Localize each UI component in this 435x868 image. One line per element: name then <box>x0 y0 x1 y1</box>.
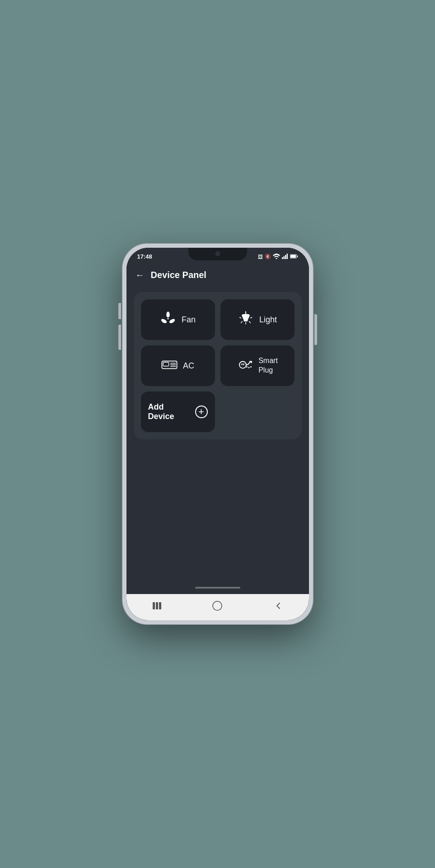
svg-point-10 <box>168 318 175 324</box>
svg-line-16 <box>250 317 252 318</box>
svg-point-25 <box>239 361 246 368</box>
svg-line-17 <box>241 321 242 323</box>
svg-line-15 <box>239 317 241 318</box>
fan-card[interactable]: Fan <box>141 299 215 340</box>
back-nav-button[interactable] <box>269 597 287 615</box>
fan-icon <box>160 311 176 329</box>
light-icon <box>238 311 254 329</box>
svg-rect-33 <box>159 602 161 609</box>
svg-rect-2 <box>283 256 285 259</box>
ac-label: AC <box>183 361 194 371</box>
light-card[interactable]: Light <box>220 299 295 340</box>
svg-point-8 <box>166 311 170 318</box>
vol-down-button[interactable] <box>118 325 121 350</box>
svg-point-28 <box>246 366 248 368</box>
light-label: Light <box>259 315 277 325</box>
svg-point-12 <box>167 318 168 319</box>
device-grid: Fan <box>141 299 295 432</box>
svg-point-29 <box>248 367 250 368</box>
add-device-icon: + <box>195 406 208 418</box>
battery-icon <box>290 254 298 259</box>
ac-icon <box>161 357 178 375</box>
home-indicator <box>195 587 240 589</box>
svg-line-18 <box>249 321 250 323</box>
device-grid-container: Fan <box>134 292 302 439</box>
add-device-card[interactable]: Add Device + <box>141 392 215 432</box>
svg-rect-3 <box>285 255 286 259</box>
svg-point-30 <box>250 366 252 368</box>
phone-screen: 17:48 🖼 🔇 <box>126 248 309 620</box>
photo-icon: 🖼 <box>258 254 263 259</box>
app-header: ← Device Panel <box>126 264 309 288</box>
svg-point-14 <box>243 320 248 321</box>
camera <box>215 251 220 256</box>
mute-icon: 🔇 <box>265 254 271 259</box>
wifi-icon <box>273 254 280 260</box>
phone-frame: 17:48 🖼 🔇 <box>123 244 313 624</box>
status-icons: 🖼 🔇 <box>258 254 298 260</box>
smart-plug-icon <box>237 357 253 375</box>
svg-rect-6 <box>290 255 296 258</box>
bottom-nav <box>126 594 309 620</box>
svg-rect-4 <box>286 254 288 259</box>
signal-icon <box>282 254 288 260</box>
power-button[interactable] <box>314 314 317 345</box>
svg-point-0 <box>276 258 277 259</box>
svg-rect-7 <box>297 255 298 257</box>
svg-rect-1 <box>282 257 283 259</box>
back-button[interactable]: ← <box>136 270 145 280</box>
ac-card[interactable]: AC <box>141 345 215 386</box>
svg-rect-31 <box>153 602 155 609</box>
svg-point-34 <box>213 601 222 610</box>
page-title: Device Panel <box>151 270 206 280</box>
recents-button[interactable] <box>148 597 166 615</box>
vol-up-button[interactable] <box>118 303 121 319</box>
fan-label: Fan <box>182 315 196 325</box>
main-content: ← Device Panel <box>126 264 309 597</box>
notch <box>188 248 247 260</box>
smart-plug-card[interactable]: Smart Plug <box>220 345 295 386</box>
svg-point-9 <box>160 318 167 324</box>
smart-plug-label: Smart Plug <box>258 356 278 375</box>
svg-rect-32 <box>156 602 158 609</box>
svg-rect-26 <box>242 363 243 365</box>
add-device-label: Add Device <box>148 402 190 421</box>
status-time: 17:48 <box>137 253 152 260</box>
svg-rect-27 <box>243 363 244 365</box>
svg-rect-21 <box>163 362 168 366</box>
home-button[interactable] <box>208 597 226 615</box>
